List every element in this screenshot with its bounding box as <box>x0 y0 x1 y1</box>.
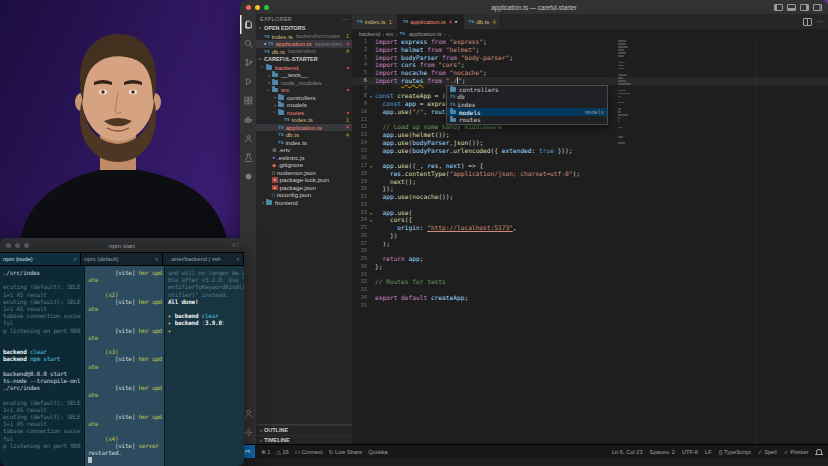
tab-db.ts[interactable]: TSdb.ts4 <box>464 14 502 29</box>
vscode-titlebar[interactable]: application.ts — careful-starter <box>240 0 828 14</box>
layout-sidebar-left-icon[interactable] <box>774 4 783 11</box>
status-item-Live Share[interactable]: ↻Live Share <box>329 449 362 455</box>
open-editor-item[interactable]: TSindex.tsbackend/src/routes1 <box>256 33 352 41</box>
code-line[interactable]: 1import express from "express"; <box>352 38 828 46</box>
code-line[interactable]: 34export default createApp; <box>352 294 828 302</box>
status-item[interactable]: {} TypeScript <box>719 449 751 455</box>
code-line[interactable]: 23⌄ app.use( <box>352 209 828 217</box>
code-line[interactable]: 35 <box>352 302 828 310</box>
code-line[interactable]: 4import cors from "cors"; <box>352 61 828 69</box>
code-line[interactable]: 14 app.use(bodyParser.json()); <box>352 139 828 147</box>
status-item[interactable]: Ln 6, Col 23 <box>612 449 643 455</box>
terminal-pane-zsh[interactable]: and will no longer be usable after v5.2.… <box>165 266 244 466</box>
minimap[interactable] <box>618 40 632 148</box>
code-line[interactable]: 33 <box>352 286 828 294</box>
run-and-debug-icon[interactable] <box>240 72 256 91</box>
status-item-Connect[interactable]: ▭Connect <box>295 449 323 455</box>
docker-icon[interactable] <box>240 110 256 129</box>
code-line[interactable]: 13 app.use(helmet()); <box>352 131 828 139</box>
code-line[interactable]: 28 <box>352 247 828 255</box>
code-line[interactable]: 15 app.use(bodyParser.urlencoded({ exten… <box>352 147 828 155</box>
code-line[interactable]: 21 app.use(nocache()); <box>352 193 828 201</box>
breadcrumb-segment[interactable]: backend <box>359 31 380 37</box>
code-line[interactable]: 26 }) <box>352 232 828 240</box>
layout-customize-icon[interactable] <box>813 4 822 11</box>
close-icon[interactable]: ✕ <box>234 256 240 262</box>
tab-index.ts[interactable]: TSindex.ts1 <box>352 14 398 29</box>
code-line[interactable]: 25 origin: "http://localhost:5173", <box>352 224 828 232</box>
status-item-Quokka[interactable]: Quokka <box>368 449 388 455</box>
testing-icon[interactable] <box>240 148 256 167</box>
code-line[interactable]: 22 <box>352 201 828 209</box>
status-item[interactable]: Spaces: 2 <box>650 449 675 455</box>
terminal-tab[interactable]: npm (node)✕ <box>0 253 81 265</box>
code-line[interactable]: 19 next(); <box>352 178 828 186</box>
tree-item-package-lock.json[interactable]: npackage-lock.json <box>256 176 352 184</box>
open-editor-item[interactable]: TSdb.tsbackend/src4 <box>256 48 352 56</box>
status-item-16[interactable]: △16 <box>276 449 288 455</box>
tree-item-backend[interactable]: ›backend• <box>256 64 352 72</box>
close-icon[interactable]: ✕ <box>71 256 77 262</box>
terminal-pane-vite[interactable]: [vite] hmr update (x2) [vite] hmr update… <box>85 266 165 466</box>
code-line[interactable]: 6import routes from "./"; <box>352 77 828 85</box>
extensions-icon[interactable] <box>240 91 256 110</box>
code-editor[interactable]: 1import express from "express";2import h… <box>352 38 828 444</box>
breadcrumb-segment[interactable]: … <box>448 31 454 37</box>
code-line[interactable]: 5import nocache from "nocache"; <box>352 69 828 77</box>
terminal-pane-node[interactable]: ./src/index ecuting (default): SELE1+1 A… <box>0 266 85 466</box>
breadcrumb[interactable]: backend›src›TSapplication.ts›… <box>352 29 828 38</box>
code-line[interactable]: 29 return app; <box>352 255 828 263</box>
explorer-icon[interactable] <box>240 15 256 34</box>
terminal-tab[interactable]: …arter/backend | zsh✕ <box>163 253 244 265</box>
tree-item-frontend[interactable]: ›frontend <box>256 199 352 207</box>
tab-application.ts[interactable]: TSapplication.ts4● <box>398 14 464 29</box>
code-line[interactable]: 32// Routes for tests <box>352 278 828 286</box>
bell-icon[interactable] <box>816 449 823 455</box>
code-line[interactable]: 27 ); <box>352 240 828 248</box>
outline-header[interactable]: › OUTLINE <box>256 425 352 435</box>
more-actions-icon[interactable]: ⋯ <box>342 16 348 22</box>
code-line[interactable]: 31 <box>352 271 828 279</box>
status-item[interactable]: ✓ Spell <box>758 449 777 455</box>
terminal-titlebar[interactable]: npm start ⌘1 <box>0 238 244 252</box>
suggest-item-db[interactable]: TSdb <box>447 93 607 101</box>
status-item[interactable]: ✓ Prettier <box>784 449 809 455</box>
suggest-item-controllers[interactable]: controllers <box>447 86 607 94</box>
more-actions-icon[interactable]: ⋯ <box>817 18 824 26</box>
split-editor-icon[interactable] <box>803 18 812 26</box>
close-icon[interactable]: ✕ <box>152 256 158 262</box>
source-control-icon[interactable] <box>240 53 256 72</box>
gitlens-icon[interactable] <box>240 167 256 186</box>
tree-item-application.ts[interactable]: TSapplication.ts4 <box>256 124 352 132</box>
breadcrumb-segment[interactable]: application.ts <box>409 31 442 37</box>
tree-item-routes[interactable]: ›routes• <box>256 109 352 117</box>
search-icon[interactable] <box>240 34 256 53</box>
tree-item-nodemon.json[interactable]: {}nodemon.json <box>256 169 352 177</box>
tree-item-index.ts[interactable]: TSindex.ts1 <box>256 116 352 124</box>
tree-item-db.ts[interactable]: TSdb.ts4 <box>256 131 352 139</box>
live-share-icon[interactable] <box>240 129 256 148</box>
timeline-header[interactable]: › TIMELINE <box>256 435 352 445</box>
status-item[interactable]: UTF-8 <box>682 449 698 455</box>
tree-item-controllers[interactable]: ›controllers <box>256 94 352 102</box>
code-line[interactable]: 17⌄ app.use((_, res, next) => { <box>352 162 828 170</box>
open-editors-header[interactable]: › OPEN EDITORS <box>256 24 352 33</box>
layout-sidebar-right-icon[interactable] <box>800 4 809 11</box>
status-item-1[interactable]: ⊗1 <box>261 449 270 455</box>
tree-item-node_modules[interactable]: ›node_modules <box>256 79 352 87</box>
open-editor-item[interactable]: ●TSapplication.tsbackend/src4 <box>256 40 352 48</box>
status-item[interactable]: LF <box>705 449 712 455</box>
tree-item-package.json[interactable]: npackage.json <box>256 184 352 192</box>
tree-item-src[interactable]: ›src• <box>256 86 352 94</box>
breadcrumb-segment[interactable]: src <box>386 31 393 37</box>
terminal-tab[interactable]: npm (default)✕ <box>81 253 162 265</box>
tree-item-__tests__[interactable]: ›__tests__ <box>256 71 352 79</box>
code-line[interactable]: 30}; <box>352 263 828 271</box>
code-line[interactable]: 3import bodyParser from "body-parser"; <box>352 54 828 62</box>
tree-item-.eslintrc.js[interactable]: ●.eslintrc.js <box>256 154 352 162</box>
suggest-item-index[interactable]: TSindex <box>447 101 607 109</box>
code-line[interactable]: 16 <box>352 154 828 162</box>
layout-panel-bottom-icon[interactable] <box>787 4 796 11</box>
project-header[interactable]: › CAREFUL-STARTER <box>256 55 352 64</box>
code-line[interactable]: 18 res.contentType("application/json; ch… <box>352 170 828 178</box>
